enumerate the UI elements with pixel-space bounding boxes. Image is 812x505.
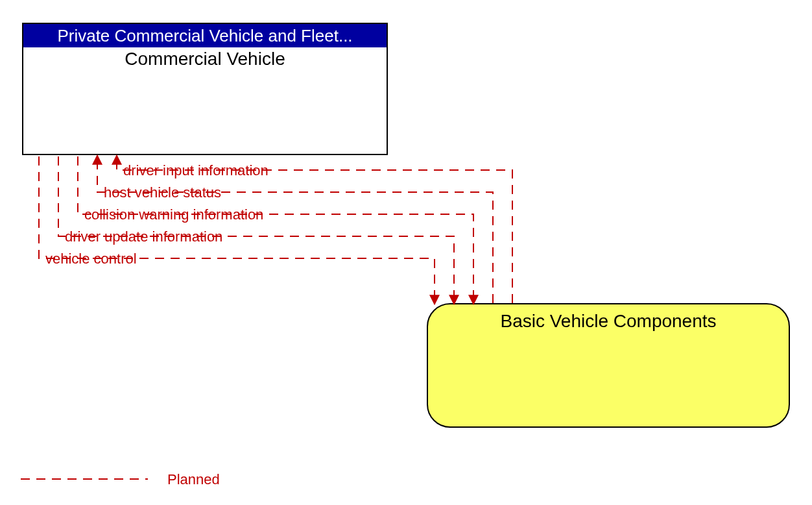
commercial-vehicle-header: Private Commercial Vehicle and Fleet...	[23, 24, 387, 47]
flow-label-driver-update: driver update information	[65, 228, 222, 245]
flow-label-host-vehicle-status: host vehicle status	[104, 184, 221, 201]
basic-vehicle-components-box: Basic Vehicle Components	[427, 303, 790, 428]
flow-label-driver-input: driver input information	[123, 162, 269, 179]
legend-label: Planned	[167, 471, 220, 488]
commercial-vehicle-body: Commercial Vehicle	[23, 47, 387, 69]
commercial-vehicle-box: Private Commercial Vehicle and Fleet... …	[22, 23, 388, 155]
flow-label-vehicle-control: vehicle control	[45, 251, 137, 267]
basic-vehicle-components-title: Basic Vehicle Components	[500, 311, 716, 331]
flow-label-collision-warning: collision warning information	[84, 206, 263, 223]
diagram-stage: Private Commercial Vehicle and Fleet... …	[0, 0, 812, 505]
